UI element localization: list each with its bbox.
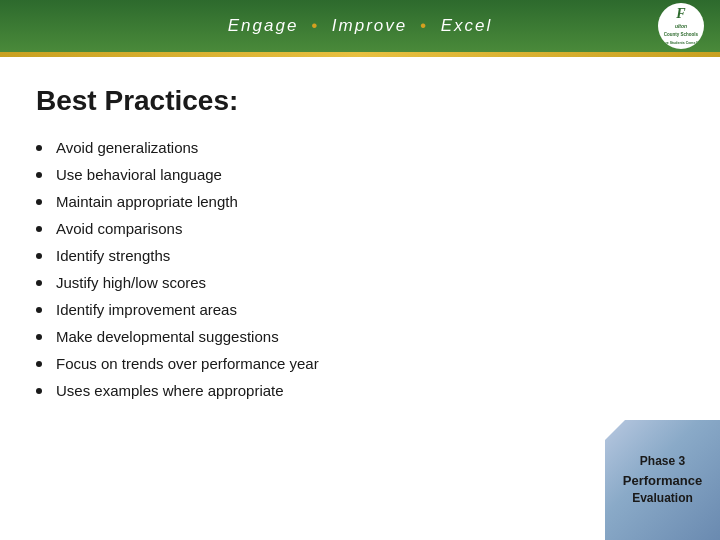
list-item-text: Make developmental suggestions [56,328,279,345]
logo-text: F ulton County Schools Where Students Co… [658,5,704,47]
bullet-dot [36,280,42,286]
main-content: Best Practices: Avoid generalizationsUse… [0,57,720,429]
bullet-dot [36,388,42,394]
performance-label: Performance [623,472,702,490]
bullet-dot [36,145,42,151]
bullet-dot [36,199,42,205]
list-item: Avoid generalizations [36,139,684,156]
header-bar: Engage • Improve • Excel F ulton County … [0,0,720,52]
list-item-text: Identify strengths [56,247,170,264]
bullet-dot [36,253,42,259]
tagline-engage: Engage [228,16,299,35]
tagline-excel: Excel [441,16,493,35]
bullet-dot [36,172,42,178]
page-title: Best Practices: [36,85,684,117]
list-item-text: Maintain appropriate length [56,193,238,210]
header-tagline: Engage • Improve • Excel [62,16,658,36]
bullet-dot [36,226,42,232]
list-item-text: Uses examples where appropriate [56,382,284,399]
bullet-dot [36,361,42,367]
logo-circle: F ulton County Schools Where Students Co… [658,3,704,49]
list-item: Justify high/low scores [36,274,684,291]
bullet-dot [36,307,42,313]
evaluation-label: Evaluation [623,490,702,507]
bullet-list: Avoid generalizationsUse behavioral lang… [36,139,684,399]
list-item: Use behavioral language [36,166,684,183]
list-item: Maintain appropriate length [36,193,684,210]
list-item: Uses examples where appropriate [36,382,684,399]
list-item: Avoid comparisons [36,220,684,237]
tagline-improve: Improve [332,16,407,35]
corner-banner-text: Phase 3 Performance Evaluation [623,453,702,507]
logo-area: F ulton County Schools Where Students Co… [658,3,704,49]
list-item-text: Use behavioral language [56,166,222,183]
list-item-text: Avoid comparisons [56,220,182,237]
list-item-text: Identify improvement areas [56,301,237,318]
list-item-text: Avoid generalizations [56,139,198,156]
corner-banner: Phase 3 Performance Evaluation [605,420,720,540]
list-item: Identify strengths [36,247,684,264]
list-item: Make developmental suggestions [36,328,684,345]
bullet-dot [36,334,42,340]
list-item: Identify improvement areas [36,301,684,318]
list-item-text: Justify high/low scores [56,274,206,291]
list-item-text: Focus on trends over performance year [56,355,319,372]
tagline-dot2: • [420,16,428,35]
tagline-dot1: • [311,16,319,35]
list-item: Focus on trends over performance year [36,355,684,372]
phase-number: Phase 3 [640,454,685,468]
